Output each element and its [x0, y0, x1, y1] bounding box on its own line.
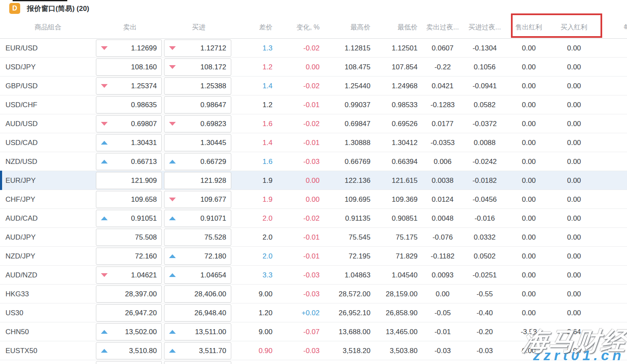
column-header-label: 卖出过夜... — [426, 24, 459, 31]
sell-quote-button[interactable]: 3,510.80 — [96, 342, 162, 359]
sell-overnight-cell: -0.05 — [423, 309, 463, 317]
column-header-low[interactable]: 最低价 — [376, 23, 423, 32]
buy-quote-button[interactable]: 1.25388 — [164, 77, 231, 95]
column-header-sell_dividend[interactable]: 售出红利 — [507, 23, 551, 32]
spread-value: 2.0 — [262, 214, 272, 222]
quote-row-nzdusd[interactable]: NZD/USD0.667130.667291.6-0.030.667690.66… — [0, 152, 627, 171]
high-value: 0.99037 — [345, 101, 370, 109]
quote-row-usdjpy[interactable]: USD/JPY108.160108.1721.20.00108.475107.8… — [0, 58, 627, 76]
buy-quote-button[interactable]: 0.66729 — [164, 153, 231, 170]
quote-row-eustx50[interactable]: EUSTX503,510.803,511.700.90-0.033,518.20… — [0, 341, 627, 360]
sell-quote-button[interactable]: 1.04621 — [96, 266, 162, 284]
spread-value: 1.6 — [262, 158, 272, 166]
app-d-icon[interactable]: D — [9, 3, 20, 14]
buy-quote-button[interactable]: 1.04654 — [164, 266, 231, 284]
change-pct-value: -0.03 — [303, 290, 320, 298]
sell-price: 1.12699 — [131, 44, 157, 53]
high-cell: 108.475 — [325, 63, 376, 71]
sell-cell: 1.04621 — [96, 266, 164, 285]
column-header-buy[interactable]: 买进 — [164, 23, 233, 32]
buy-cell: 0.66729 — [164, 152, 233, 171]
buy-overnight-value: -0.0941 — [473, 82, 497, 90]
sell-dividend-cell: 0.00 — [507, 347, 551, 355]
buy-price: 1.12712 — [201, 44, 226, 53]
quote-row-audcad[interactable]: AUD/CAD0.910510.910712.0-0.020.911350.90… — [0, 209, 627, 228]
sell-quote-button[interactable]: 28,397.00 — [96, 285, 162, 303]
high-value: 13,688.00 — [339, 328, 370, 336]
quote-row-eurjpy[interactable]: EUR/JPY121.909121.9281.90.00122.136121.6… — [0, 171, 627, 190]
quote-row-audjpy[interactable]: AUD/JPY75.50875.5282.0-0.0175.54575.175-… — [0, 228, 627, 247]
symbol-cell: US30 — [0, 309, 96, 317]
quote-row-us30[interactable]: US3026,947.2026,948.401.20+0.0226,952.10… — [0, 303, 627, 322]
sell-quote-button[interactable]: 109.658 — [96, 191, 162, 208]
sell-quote-button[interactable]: 0.69807 — [96, 115, 162, 132]
column-header-change[interactable]: 变化, % — [278, 23, 325, 32]
page-title: 报价窗口(简易) (20) — [27, 4, 89, 13]
quote-row-usdchf[interactable]: USD/CHF0.986350.986471.2-0.010.990370.98… — [0, 95, 627, 114]
sell-overnight-value: -0.22 — [434, 63, 451, 71]
symbol-value: AUD/NZD — [5, 271, 37, 279]
quote-row-eurusd[interactable]: EUR/USD1.126991.127121.3-0.021.128151.12… — [0, 39, 627, 58]
column-header-sell_overnight[interactable]: 卖出过夜... — [423, 23, 463, 32]
spread-cell: 2.0 — [233, 233, 278, 242]
buy-overnight-value: -0.0372 — [473, 120, 497, 128]
symbol-value: AUD/CAD — [5, 214, 38, 222]
buy-quote-button[interactable]: 3,511.70 — [164, 342, 231, 359]
quote-row-usdcad[interactable]: USD/CAD1.304311.304451.4-0.011.308881.30… — [0, 133, 627, 152]
sell-dividend-cell: 0.00 — [507, 271, 551, 280]
buy-quote-button[interactable]: 13,511.00 — [164, 323, 231, 340]
low-cell: 1.24968 — [376, 82, 423, 90]
spread-value: 9.00 — [259, 290, 272, 298]
sell-quote-button[interactable]: 1.30431 — [96, 134, 162, 151]
column-header-spread[interactable]: 差价 — [233, 23, 278, 32]
change-pct-cell: -0.03 — [278, 290, 325, 298]
change-pct-value: 0.00 — [306, 63, 320, 71]
symbol-cell: AUD/USD — [0, 120, 96, 128]
buy-quote-button[interactable]: 109.677 — [164, 191, 231, 208]
column-header-per[interactable]: 每 — [597, 23, 627, 32]
buy-quote-button[interactable]: 28,406.00 — [164, 285, 231, 303]
buy-quote-button[interactable]: 108.172 — [164, 58, 231, 76]
quote-row-chn50[interactable]: CHN5013,502.0013,511.009.00-0.0713,688.0… — [0, 322, 627, 341]
low-cell: 1.12501 — [376, 44, 423, 53]
buy-quote-button[interactable]: 0.69823 — [164, 115, 231, 132]
buy-dividend-cell: 0.00 — [551, 63, 597, 71]
sell-quote-button[interactable]: 108.160 — [96, 58, 162, 76]
sell-quote-button[interactable]: 26,947.20 — [96, 304, 162, 322]
quote-row-chfjpy[interactable]: CHF/JPY109.658109.6771.90.00109.695109.3… — [0, 190, 627, 209]
sell-quote-button[interactable]: 0.98635 — [96, 96, 162, 113]
buy-quote-button[interactable]: 72.180 — [164, 248, 231, 265]
sell-quote-button[interactable]: 0.66713 — [96, 153, 162, 170]
buy-quote-button[interactable]: 75.528 — [164, 229, 231, 246]
quote-row-gbpusd[interactable]: GBP/USD1.253741.253881.4-0.021.254401.24… — [0, 76, 627, 95]
quote-row-audusd[interactable]: AUD/USD0.698070.698231.6-0.020.698470.69… — [0, 114, 627, 133]
column-header-high[interactable]: 最高价 — [325, 23, 376, 32]
sell-quote-button[interactable]: 1.12699 — [96, 40, 162, 57]
sell-overnight-value: 0.0177 — [432, 120, 454, 128]
buy-quote-button[interactable]: 0.91071 — [164, 210, 231, 227]
column-header-buy_dividend[interactable]: 买入红利 — [551, 23, 597, 32]
symbol-cell: CHF/JPY — [0, 195, 96, 204]
buy-quote-button[interactable]: 1.30445 — [164, 134, 231, 151]
buy-quote-button[interactable]: 26,948.40 — [164, 304, 231, 322]
buy-quote-button[interactable]: 0.98647 — [164, 96, 231, 113]
sell-quote-button[interactable] — [96, 361, 162, 364]
buy-quote-button[interactable] — [164, 361, 231, 364]
down-arrow-icon — [169, 198, 176, 201]
buy-quote-button[interactable]: 121.928 — [164, 172, 231, 189]
sell-quote-button[interactable]: 121.909 — [96, 172, 162, 189]
column-header-buy_overnight[interactable]: 买进过夜... — [463, 23, 507, 32]
sell-quote-button[interactable]: 0.91051 — [96, 210, 162, 227]
column-header-sell[interactable]: 卖出 — [96, 23, 164, 32]
quote-row-nzdjpy[interactable]: NZD/JPY72.16072.1802.0-0.0172.19571.829-… — [0, 247, 627, 266]
quote-row-hkg33[interactable]: HKG3328,397.0028,406.009.00-0.0328,572.0… — [0, 285, 627, 303]
sell-quote-button[interactable]: 75.508 — [96, 229, 162, 246]
quote-row-audnzd[interactable]: AUD/NZD1.046211.046543.3-0.031.048631.04… — [0, 266, 627, 285]
buy-quote-button[interactable]: 1.12712 — [164, 40, 231, 57]
sell-quote-button[interactable]: 72.160 — [96, 248, 162, 265]
buy-dividend-value: 0.00 — [567, 290, 581, 298]
spread-cell: 9.00 — [233, 290, 278, 298]
column-header-symbol[interactable]: 商品组合 — [0, 23, 96, 32]
sell-quote-button[interactable]: 1.25374 — [96, 77, 162, 95]
sell-quote-button[interactable]: 13,502.00 — [96, 323, 162, 340]
